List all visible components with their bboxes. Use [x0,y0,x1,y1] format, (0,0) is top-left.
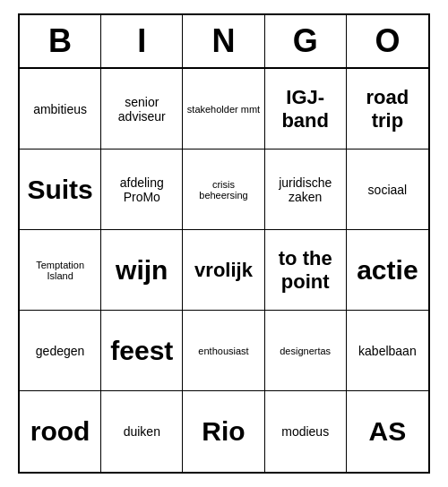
header-b: B [20,15,101,67]
bingo-cell-23[interactable]: modieus [265,391,347,472]
bingo-cell-12[interactable]: vrolijk [183,230,264,311]
bingo-cell-18[interactable]: designertas [265,311,347,391]
header-i: I [101,15,183,67]
bingo-grid: ambitieussenior adviseurstakeholder mmtI… [20,69,428,472]
bingo-cell-11[interactable]: wijn [101,230,183,311]
bingo-cell-22[interactable]: Rio [183,391,264,472]
bingo-cell-3[interactable]: IGJ-band [265,69,347,150]
bingo-header: B I N G O [20,15,428,69]
bingo-cell-19[interactable]: kabelbaan [347,311,428,391]
bingo-cell-16[interactable]: feest [101,311,183,391]
bingo-cell-15[interactable]: gedegen [20,311,101,391]
bingo-cell-1[interactable]: senior adviseur [101,69,183,150]
bingo-cell-24[interactable]: AS [347,391,428,472]
bingo-cell-9[interactable]: sociaal [347,150,428,230]
bingo-cell-20[interactable]: rood [20,391,101,472]
bingo-cell-14[interactable]: actie [347,230,428,311]
bingo-cell-13[interactable]: to the point [265,230,347,311]
bingo-cell-0[interactable]: ambitieus [20,69,101,150]
bingo-cell-5[interactable]: Suits [20,150,101,230]
header-n: N [183,15,264,67]
bingo-cell-10[interactable]: Temptation Island [20,230,101,311]
bingo-cell-17[interactable]: enthousiast [183,311,264,391]
bingo-cell-21[interactable]: duiken [101,391,183,472]
header-o: O [347,15,428,67]
bingo-cell-6[interactable]: afdeling ProMo [101,150,183,230]
bingo-cell-4[interactable]: road trip [347,69,428,150]
header-g: G [265,15,347,67]
bingo-cell-2[interactable]: stakeholder mmt [183,69,264,150]
bingo-card: B I N G O ambitieussenior adviseurstakeh… [18,13,430,474]
bingo-cell-7[interactable]: crisis beheersing [183,150,264,230]
bingo-cell-8[interactable]: juridische zaken [265,150,347,230]
